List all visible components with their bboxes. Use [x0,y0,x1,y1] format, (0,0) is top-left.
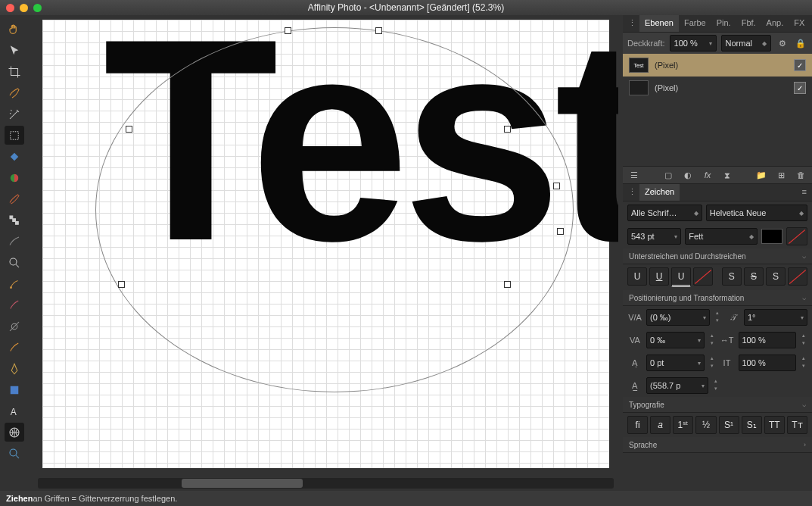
underline-none[interactable] [693,267,713,286]
gradient-tool[interactable] [5,168,24,187]
strike-2[interactable]: S [744,267,764,286]
close-window-button[interactable] [6,4,14,12]
underline-3[interactable]: U [671,267,691,287]
strike-3[interactable]: S [766,267,786,286]
layer-visible-checkbox[interactable]: ✓ [794,82,806,94]
step-down[interactable]: ▾ [708,363,716,370]
folder-icon[interactable]: 📁 [754,168,768,182]
layer-visible-checkbox[interactable]: ✓ [794,59,806,71]
tab-color[interactable]: Farbe [679,15,711,32]
strike-none[interactable] [788,267,807,286]
step-down[interactable]: ▾ [708,340,716,348]
hscale-field[interactable]: 100 % [739,332,797,348]
tab-brushes[interactable]: Pin. [711,15,736,32]
warp-handle[interactable] [126,126,132,133]
tab-adjust[interactable]: Anp. [761,15,789,32]
color-replace-tool[interactable] [5,232,24,251]
layers-icon[interactable]: ☰ [627,168,641,182]
clone-tool[interactable] [5,295,24,314]
tracking-field[interactable]: 0 ‰▾ [646,332,705,348]
typo-subscript[interactable]: S₁ [742,416,762,434]
mask-icon[interactable]: ▢ [661,168,675,182]
tab-character[interactable]: Zeichen [639,184,680,201]
tab-fx[interactable]: FX [789,15,810,32]
horizontal-scrollbar[interactable] [38,478,614,489]
step-up[interactable]: ▴ [800,333,807,340]
leading-field[interactable]: (558.7 p▾ [646,377,708,394]
pixel-tool[interactable] [5,211,24,230]
step-up[interactable]: ▴ [800,355,807,363]
typo-ligature[interactable]: fi [627,416,648,434]
typo-alt[interactable]: a [650,416,670,434]
font-size-drop[interactable]: 543 pt▾ [627,228,681,245]
tab-fbf[interactable]: Fbf. [736,15,761,32]
merge-icon[interactable]: ⧗ [720,168,734,182]
crop-tool[interactable] [5,62,24,81]
inpainting-tool[interactable] [5,274,24,293]
marquee-tool[interactable] [5,126,24,145]
dodge-tool[interactable] [5,317,24,336]
warp-handle[interactable] [285,27,291,34]
vscale-field[interactable]: 100 % [739,355,797,371]
warp-handle[interactable] [504,281,511,288]
layer-row[interactable]: Test (Pixel) ✓ [623,54,812,77]
typo-smallcaps[interactable]: Tᴛ [787,416,807,434]
section-positioning[interactable]: Positionierung und Transformation⌵ [623,290,812,306]
text-bg-none[interactable] [786,227,807,245]
paint-brush-tool[interactable] [5,189,24,208]
typo-fraction[interactable]: ½ [695,416,716,434]
tab-drag-handle[interactable]: ⋮ [623,15,639,32]
panel-menu-icon[interactable]: ≡ [797,184,812,201]
blend-mode[interactable]: Normal◆ [721,35,771,52]
warp-handle[interactable] [118,281,125,288]
lock-icon[interactable]: 🔒 [794,36,807,50]
trash-icon[interactable]: 🗑 [794,168,807,182]
maximize-window-button[interactable] [33,4,42,12]
section-typography[interactable]: Typografie⌵ [623,397,812,413]
typo-superscript[interactable]: S¹ [719,416,739,434]
gear-icon[interactable]: ⚙ [776,36,789,50]
document-canvas[interactable]: Test [33,20,618,476]
zoom-blur-tool[interactable] [5,253,24,272]
typo-ordinal[interactable]: 1ˢᵗ [673,416,693,434]
mesh-warp-tool[interactable] [5,423,24,442]
layer-row[interactable]: (Pixel) ✓ [623,77,812,99]
brush-select-tool[interactable] [5,83,24,102]
step-down[interactable]: ▾ [800,340,807,348]
wand-tool[interactable] [5,105,24,123]
font-collection-drop[interactable]: Alle Schrif…◆ [627,205,702,221]
font-family-drop[interactable]: Helvetica Neue◆ [706,205,807,221]
hand-tool[interactable] [5,20,24,39]
underline-2[interactable]: U [649,267,669,286]
shear-field[interactable]: 1°▾ [744,309,807,326]
warp-handle[interactable] [553,183,560,189]
text-color-swatch[interactable] [761,229,782,244]
section-language[interactable]: Sprache› [623,437,812,453]
section-underline[interactable]: Unterstreichen und Durchstreichen⌵ [623,248,812,264]
move-tool[interactable] [5,41,24,60]
baseline-field[interactable]: 0 pt▾ [646,355,705,371]
text-tool[interactable]: A [5,401,24,420]
step-down[interactable]: ▾ [712,386,720,393]
view-tool[interactable] [5,444,24,463]
add-layer-icon[interactable]: ⊞ [774,168,788,182]
typo-caps[interactable]: TT [764,416,785,434]
adjustment-icon[interactable]: ◐ [681,168,695,182]
rectangle-tool[interactable] [5,380,24,399]
warp-handle[interactable] [504,126,511,133]
font-weight-drop[interactable]: Fett◆ [685,228,758,245]
step-up[interactable]: ▴ [708,355,716,363]
step-down[interactable]: ▾ [800,363,807,370]
step-up[interactable]: ▴ [712,378,720,386]
underline-1[interactable]: U [627,267,647,286]
warp-handle[interactable] [557,228,564,235]
step-down[interactable]: ▾ [714,317,721,325]
tab-layers[interactable]: Ebenen [639,15,679,32]
kerning-field[interactable]: (0 ‰)▾ [646,309,710,326]
step-up[interactable]: ▴ [708,333,716,340]
smudge-tool[interactable] [5,338,24,357]
warp-handle[interactable] [375,27,382,34]
step-up[interactable]: ▴ [714,310,721,317]
opacity-value[interactable]: 100 %▾ [670,35,717,52]
pen-tool[interactable] [5,359,24,378]
